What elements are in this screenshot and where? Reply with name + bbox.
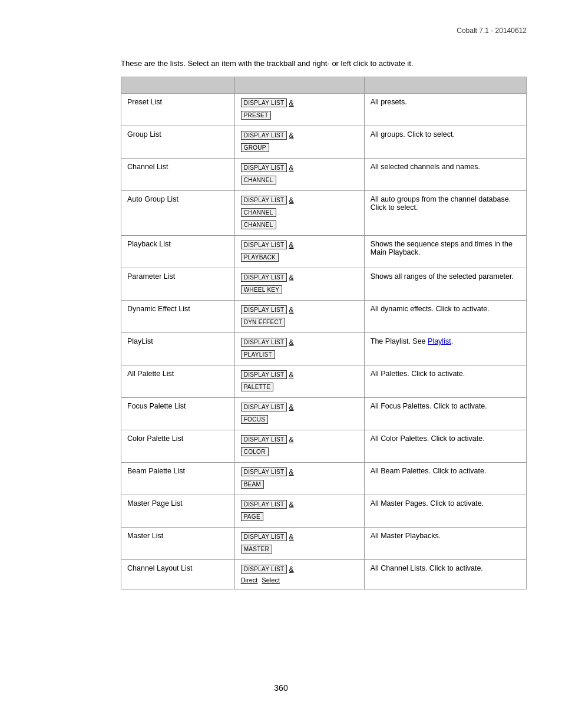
col-header-2: [234, 77, 364, 94]
direct-key: Direct: [241, 577, 258, 584]
table-row: Playback ListDISPLAY LIST&PLAYBACKShows …: [121, 236, 527, 268]
table-row: Color Palette ListDISPLAY LIST&COLORAll …: [121, 430, 527, 463]
row-description: All Palettes. Click to activate.: [364, 365, 526, 398]
row-description: All Channel Lists. Click to activate.: [364, 560, 526, 589]
row-name: PlayList: [121, 333, 235, 365]
page-header: Cobalt 7.1 - 20140612: [457, 27, 527, 35]
select-key: Select: [262, 577, 280, 584]
row-name: Parameter List: [121, 268, 235, 301]
row-keys: DISPLAY LIST&CHANNELCHANNEL: [234, 191, 364, 236]
row-keys: DISPLAY LIST&MASTER: [234, 528, 364, 560]
row-name: Preset List: [121, 94, 235, 126]
row-name: Auto Group List: [121, 191, 235, 236]
table-row: All Palette ListDISPLAY LIST&PALETTEAll …: [121, 365, 527, 398]
row-description: All groups. Click to select.: [364, 126, 526, 159]
row-description: All auto groups from the channel databas…: [364, 191, 526, 236]
row-description: All Color Palettes. Click to activate.: [364, 430, 526, 463]
row-description: All dynamic effects. Click to activate.: [364, 301, 526, 333]
row-description: All presets.: [364, 94, 526, 126]
table-row: PlayListDISPLAY LIST&PLAYLISTThe Playlis…: [121, 333, 527, 365]
table-row: Beam Palette ListDISPLAY LIST&BEAMAll Be…: [121, 463, 527, 495]
row-keys: DISPLAY LIST&PLAYLIST: [234, 333, 364, 365]
row-description: All selected channels and names.: [364, 159, 526, 191]
row-description: The Playlist. See Playlist.: [364, 333, 526, 365]
page-number: 360: [0, 683, 562, 693]
table-row: Preset ListDISPLAY LIST&PRESETAll preset…: [121, 94, 527, 126]
intro-text: These are the lists. Select an item with…: [121, 59, 527, 68]
row-description: All Master Playbacks.: [364, 528, 526, 560]
table-row: Focus Palette ListDISPLAY LIST&FOCUSAll …: [121, 398, 527, 430]
table-row: Group ListDISPLAY LIST&GROUPAll groups. …: [121, 126, 527, 159]
row-keys: DISPLAY LIST&PAGE: [234, 495, 364, 528]
row-keys: DISPLAY LIST&PALETTE: [234, 365, 364, 398]
row-name: Master List: [121, 528, 235, 560]
main-table: Preset ListDISPLAY LIST&PRESETAll preset…: [121, 77, 527, 589]
playlist-link[interactable]: Playlist: [428, 337, 451, 345]
row-name: Dynamic Effect List: [121, 301, 235, 333]
row-name: Playback List: [121, 236, 235, 268]
row-keys: DISPLAY LIST&PLAYBACK: [234, 236, 364, 268]
row-description: All Focus Palettes. Click to activate.: [364, 398, 526, 430]
row-name: Beam Palette List: [121, 463, 235, 495]
col-header-1: [121, 77, 235, 94]
row-description: All Beam Palettes. Click to activate.: [364, 463, 526, 495]
table-row: Dynamic Effect ListDISPLAY LIST&DYN EFFE…: [121, 301, 527, 333]
table-row: Parameter ListDISPLAY LIST&WHEEL KEYShow…: [121, 268, 527, 301]
row-description: Shows the sequence steps and times in th…: [364, 236, 526, 268]
row-keys: DISPLAY LIST&DYN EFFECT: [234, 301, 364, 333]
row-keys: DISPLAY LIST&WHEEL KEY: [234, 268, 364, 301]
row-name: Master Page List: [121, 495, 235, 528]
row-name: Channel Layout List: [121, 560, 235, 589]
row-name: Channel List: [121, 159, 235, 191]
row-description: Shows all ranges of the selected paramet…: [364, 268, 526, 301]
row-keys: DISPLAY LIST&CHANNEL: [234, 159, 364, 191]
row-keys: DISPLAY LIST&GROUP: [234, 126, 364, 159]
row-keys: DISPLAY LIST&FOCUS: [234, 398, 364, 430]
row-name: Color Palette List: [121, 430, 235, 463]
row-name: Group List: [121, 126, 235, 159]
row-keys: DISPLAY LIST&COLOR: [234, 430, 364, 463]
table-row: Auto Group ListDISPLAY LIST&CHANNELCHANN…: [121, 191, 527, 236]
table-row: Master ListDISPLAY LIST&MASTERAll Master…: [121, 528, 527, 560]
row-keys: DISPLAY LIST&PRESET: [234, 94, 364, 126]
row-description: All Master Pages. Click to activate.: [364, 495, 526, 528]
table-row: Channel ListDISPLAY LIST&CHANNELAll sele…: [121, 159, 527, 191]
row-name: All Palette List: [121, 365, 235, 398]
row-name: Focus Palette List: [121, 398, 235, 430]
col-header-3: [364, 77, 526, 94]
row-keys: DISPLAY LIST&DirectSelect: [234, 560, 364, 589]
table-row: Master Page ListDISPLAY LIST&PAGEAll Mas…: [121, 495, 527, 528]
row-keys: DISPLAY LIST&BEAM: [234, 463, 364, 495]
table-row: Channel Layout ListDISPLAY LIST&DirectSe…: [121, 560, 527, 589]
